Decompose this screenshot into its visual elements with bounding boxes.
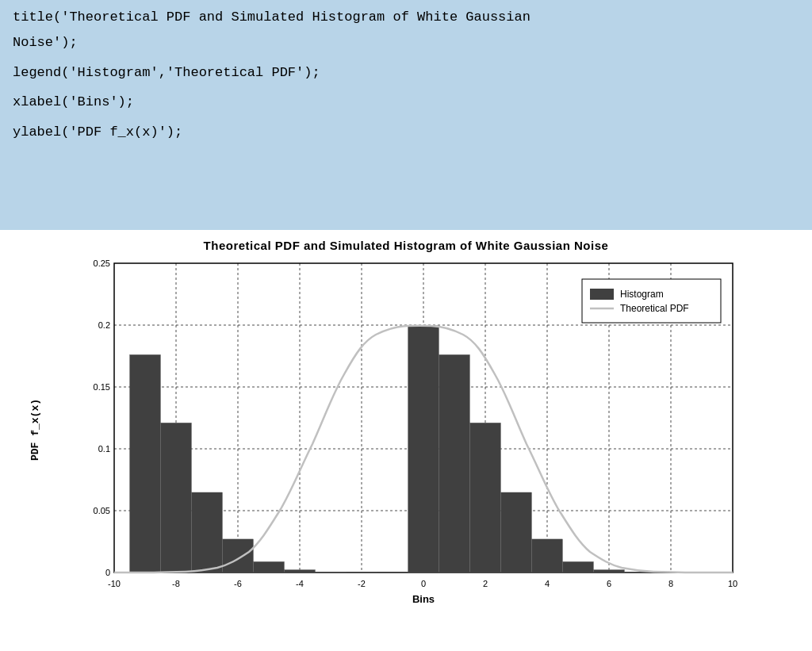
code-line-5: ylabel('PDF f_x(x)');	[13, 123, 799, 142]
svg-text:0.1: 0.1	[98, 444, 110, 454]
svg-rect-21	[161, 423, 192, 572]
svg-text:-4: -4	[296, 579, 304, 588]
svg-text:-10: -10	[108, 579, 121, 588]
svg-rect-17	[285, 569, 316, 572]
svg-rect-28	[563, 561, 594, 572]
svg-rect-16	[316, 572, 347, 572]
code-line-1: title('Theoretical PDF and Simulated His…	[13, 8, 799, 27]
svg-text:0: 0	[421, 579, 426, 588]
svg-text:4: 4	[545, 579, 550, 588]
svg-rect-25	[470, 423, 501, 572]
svg-text:-2: -2	[358, 579, 366, 588]
svg-text:Bins: Bins	[412, 593, 435, 604]
svg-rect-29	[594, 569, 625, 572]
svg-text:Theoretical PDF: Theoretical PDF	[620, 303, 689, 314]
svg-rect-26	[501, 492, 532, 572]
svg-text:0.05: 0.05	[94, 506, 110, 515]
code-line-4: xlabel('Bins');	[13, 93, 799, 112]
svg-text:0.25: 0.25	[94, 258, 110, 268]
svg-rect-20	[192, 492, 223, 572]
svg-text:-6: -6	[234, 579, 242, 588]
chart-container: Theoretical PDF and Simulated Histogram …	[25, 239, 787, 643]
svg-text:0.15: 0.15	[94, 382, 110, 392]
svg-rect-24	[439, 354, 470, 572]
svg-rect-22	[130, 354, 161, 572]
chart-svg: 0 0.05 0.1 0.15 0.2 0.25 -10 -8 -6 -4 -2…	[44, 255, 787, 604]
svg-rect-19	[223, 538, 254, 572]
code-section: title('Theoretical PDF and Simulated His…	[0, 0, 812, 230]
svg-rect-51	[582, 279, 721, 323]
code-line-3: legend('Histogram','Theoretical PDF');	[13, 63, 799, 82]
svg-text:0.2: 0.2	[98, 320, 110, 330]
svg-text:10: 10	[728, 579, 737, 588]
svg-rect-27	[532, 538, 563, 572]
chart-section: Theoretical PDF and Simulated Histogram …	[0, 230, 812, 651]
svg-text:Histogram: Histogram	[620, 289, 664, 300]
chart-inner: 0 0.05 0.1 0.15 0.2 0.25 -10 -8 -6 -4 -2…	[44, 255, 787, 604]
svg-text:-8: -8	[172, 579, 180, 588]
chart-area: PDF f_x(x)	[25, 255, 787, 604]
svg-text:0: 0	[105, 568, 110, 577]
svg-text:6: 6	[607, 579, 611, 588]
svg-rect-23	[408, 325, 439, 572]
svg-text:8: 8	[668, 579, 673, 588]
y-axis-label: PDF f_x(x)	[25, 255, 44, 604]
svg-rect-18	[254, 561, 285, 572]
svg-text:2: 2	[483, 579, 488, 588]
code-line-2: Noise');	[13, 33, 799, 52]
chart-title: Theoretical PDF and Simulated Histogram …	[25, 239, 787, 252]
svg-rect-52	[590, 289, 614, 300]
